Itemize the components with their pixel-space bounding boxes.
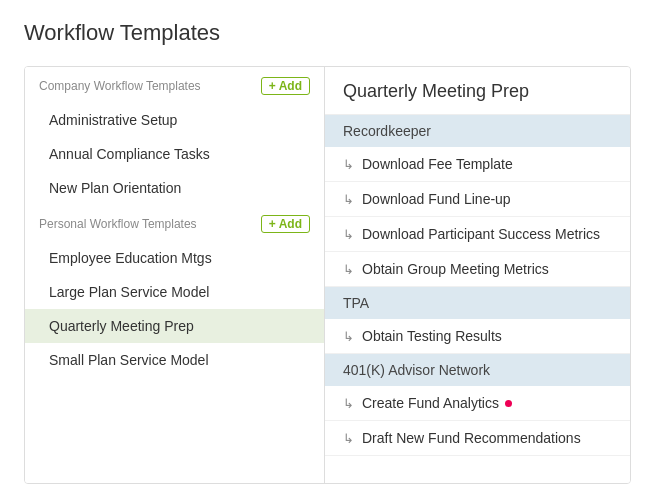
nav-item-quarterly-meeting[interactable]: Quarterly Meeting Prep xyxy=(25,309,324,343)
page-title: Workflow Templates xyxy=(24,20,631,46)
group-header-recordkeeper: Recordkeeper xyxy=(325,115,630,147)
task-label: Download Fee Template xyxy=(362,156,513,172)
task-label: Draft New Fund Recommendations xyxy=(362,430,581,446)
nav-item-employee-education[interactable]: Employee Education Mtgs xyxy=(25,241,324,275)
task-create-fund-analytics[interactable]: ↳ Create Fund Analytics xyxy=(325,386,630,421)
main-content: Company Workflow Templates + Add Adminis… xyxy=(24,66,631,484)
task-arrow-icon: ↳ xyxy=(343,262,354,277)
task-download-fee-template[interactable]: ↳ Download Fee Template xyxy=(325,147,630,182)
company-section-header: Company Workflow Templates + Add xyxy=(25,67,324,103)
task-arrow-icon: ↳ xyxy=(343,329,354,344)
task-obtain-group-meeting-metrics[interactable]: ↳ Obtain Group Meeting Metrics xyxy=(325,252,630,287)
task-label: Create Fund Analytics xyxy=(362,395,499,411)
nav-item-administrative-setup[interactable]: Administrative Setup xyxy=(25,103,324,137)
right-panel-title: Quarterly Meeting Prep xyxy=(325,67,630,115)
task-arrow-icon: ↳ xyxy=(343,192,354,207)
task-download-participant-metrics[interactable]: ↳ Download Participant Success Metrics xyxy=(325,217,630,252)
task-label: Download Participant Success Metrics xyxy=(362,226,600,242)
personal-section-label: Personal Workflow Templates xyxy=(39,217,197,231)
red-dot-indicator xyxy=(505,400,512,407)
task-label: Download Fund Line-up xyxy=(362,191,511,207)
company-section-label: Company Workflow Templates xyxy=(39,79,201,93)
task-arrow-icon: ↳ xyxy=(343,227,354,242)
task-download-fund-lineup[interactable]: ↳ Download Fund Line-up xyxy=(325,182,630,217)
left-panel: Company Workflow Templates + Add Adminis… xyxy=(25,67,325,483)
task-label: Obtain Testing Results xyxy=(362,328,502,344)
task-arrow-icon: ↳ xyxy=(343,157,354,172)
nav-item-annual-compliance[interactable]: Annual Compliance Tasks xyxy=(25,137,324,171)
nav-item-new-plan-orientation[interactable]: New Plan Orientation xyxy=(25,171,324,205)
group-header-tpa: TPA xyxy=(325,287,630,319)
task-label: Obtain Group Meeting Metrics xyxy=(362,261,549,277)
nav-item-small-plan[interactable]: Small Plan Service Model xyxy=(25,343,324,377)
right-panel: Quarterly Meeting Prep Recordkeeper ↳ Do… xyxy=(325,67,630,483)
task-arrow-icon: ↳ xyxy=(343,431,354,446)
page-container: Workflow Templates Company Workflow Temp… xyxy=(0,0,655,500)
group-header-advisor-network: 401(K) Advisor Network xyxy=(325,354,630,386)
nav-item-large-plan[interactable]: Large Plan Service Model xyxy=(25,275,324,309)
personal-add-button[interactable]: + Add xyxy=(261,215,310,233)
company-add-button[interactable]: + Add xyxy=(261,77,310,95)
personal-section-header: Personal Workflow Templates + Add xyxy=(25,205,324,241)
task-obtain-testing-results[interactable]: ↳ Obtain Testing Results xyxy=(325,319,630,354)
task-draft-fund-recommendations[interactable]: ↳ Draft New Fund Recommendations xyxy=(325,421,630,456)
task-arrow-icon: ↳ xyxy=(343,396,354,411)
